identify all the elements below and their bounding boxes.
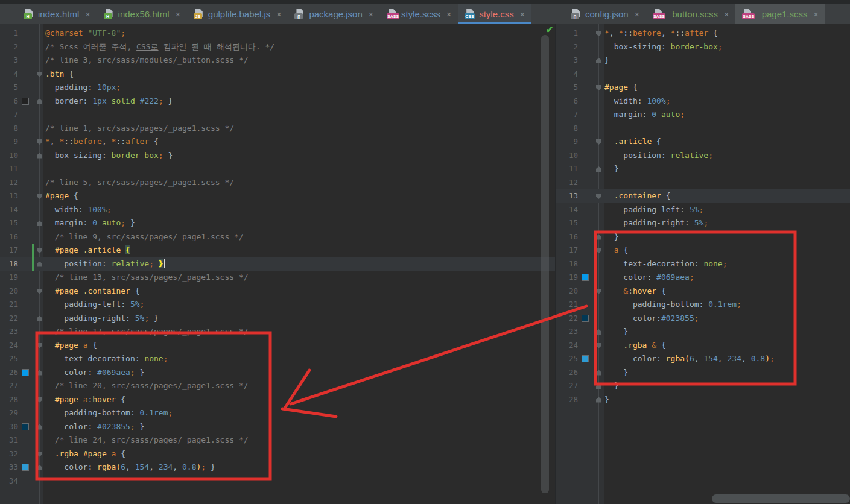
fold-expand-icon[interactable] <box>596 194 601 199</box>
code-line[interactable]: 27 /* line 20, src/sass/pages/_page1.scs… <box>0 379 555 393</box>
tab-package.json[interactable]: {}package.json× <box>288 4 380 24</box>
fold-end-icon[interactable] <box>596 383 601 389</box>
code-line[interactable]: 8/* line 1, src/sass/pages/_page1.scss *… <box>0 122 555 136</box>
color-preview-swatch[interactable] <box>582 274 589 281</box>
tab-_button.scss[interactable]: SASS_button.scss× <box>646 4 735 24</box>
tab-close-icon[interactable]: × <box>635 10 639 19</box>
code-line[interactable]: 21 padding-bottom: 0.1rem; <box>556 298 850 312</box>
code-line[interactable]: 16 /* line 9, src/sass/pages/_page1.scss… <box>0 230 555 244</box>
code-line[interactable]: 20 #page .container { <box>0 285 555 298</box>
fold-end-icon[interactable] <box>596 329 601 335</box>
color-preview-swatch[interactable] <box>22 369 29 376</box>
tab-close-icon[interactable]: × <box>814 10 819 19</box>
fold-end-icon[interactable] <box>596 235 601 240</box>
fold-expand-icon[interactable] <box>596 31 601 36</box>
code-line[interactable]: 22 padding-right: 5%; } <box>0 312 555 326</box>
code-line[interactable]: 2/* Scss 여러줄 주석, CSS로 컴파일 될 때 해석됩니다. */ <box>0 40 555 54</box>
fold-expand-icon[interactable] <box>596 85 601 90</box>
code-line[interactable]: 14 width: 100%; <box>0 203 555 217</box>
editor-left-style-css[interactable]: 1@charset "UTF-8";2/* Scss 여러줄 주석, CSS로 … <box>0 24 555 504</box>
tab-close-icon[interactable]: × <box>276 10 281 19</box>
fold-end-icon[interactable] <box>37 153 42 159</box>
code-line[interactable]: 23 /* line 17, src/sass/pages/_page1.scs… <box>0 325 555 339</box>
code-line[interactable]: 24 .rgba & { <box>556 339 850 353</box>
code-line[interactable]: 11 <box>0 162 555 176</box>
code-line[interactable]: 17 #page .article { <box>0 244 555 257</box>
code-line[interactable]: 15 margin: 0 auto; } <box>0 216 555 230</box>
color-preview-swatch[interactable] <box>582 355 589 362</box>
fold-expand-icon[interactable] <box>37 248 42 253</box>
code-line[interactable]: 1*, *::before, *::after { <box>556 27 850 40</box>
tab-style.css[interactable]: CSSstyle.css× <box>458 4 531 24</box>
color-preview-swatch[interactable] <box>22 423 29 430</box>
code-line[interactable]: 1@charset "UTF-8"; <box>0 27 555 40</box>
tab-close-icon[interactable]: × <box>369 10 373 19</box>
code-line[interactable]: 32 .rgba #page a { <box>0 447 555 461</box>
code-line[interactable]: 11 } <box>556 162 850 176</box>
fold-end-icon[interactable] <box>596 166 601 172</box>
tab-close-icon[interactable]: × <box>724 10 729 19</box>
code-line-current[interactable]: 13 .container { <box>556 189 850 203</box>
code-line[interactable]: 31 /* line 24, src/sass/pages/_page1.scs… <box>0 433 555 447</box>
code-line[interactable]: 9 .article { <box>556 135 850 149</box>
code-line[interactable]: 17 a { <box>556 244 850 257</box>
fold-end-icon[interactable] <box>37 465 42 470</box>
code-line[interactable]: 21 padding-left: 5%; <box>0 298 555 312</box>
code-line[interactable]: 5 padding: 10px; <box>0 81 555 95</box>
fold-expand-icon[interactable] <box>37 289 42 294</box>
code-line[interactable]: 4 <box>556 68 850 81</box>
fold-expand-icon[interactable] <box>596 139 601 145</box>
fold-expand-icon[interactable] <box>37 343 42 348</box>
code-line[interactable]: 3/* line 3, src/sass/modules/_button.scs… <box>0 54 555 68</box>
code-line[interactable]: 10 position: relative; <box>556 149 850 163</box>
code-line[interactable]: 12 <box>556 176 850 190</box>
editor-right-page1-scss[interactable]: 1*, *::before, *::after {2 box-sizing: b… <box>556 24 850 504</box>
code-line[interactable]: 13#page { <box>0 189 555 203</box>
tab-config.json[interactable]: {}config.json× <box>564 4 646 24</box>
code-line[interactable]: 7 margin: 0 auto; <box>556 108 850 122</box>
horizontal-scrollbar[interactable] <box>712 494 850 503</box>
code-line[interactable]: 19 color: #069aea; <box>556 271 850 285</box>
tab-index56.html[interactable]: Hindex56.html× <box>97 4 187 24</box>
color-preview-swatch[interactable] <box>22 464 29 471</box>
code-line[interactable]: 12/* line 5, src/sass/pages/_page1.scss … <box>0 176 555 190</box>
color-preview-swatch[interactable] <box>22 98 29 105</box>
tab-index.html[interactable]: Hindex.html× <box>17 4 97 24</box>
tab-_page1.scss[interactable]: SASS_page1.scss× <box>735 4 825 24</box>
tab-close-icon[interactable]: × <box>520 10 525 19</box>
vertical-scrollbar[interactable] <box>541 35 549 493</box>
fold-end-icon[interactable] <box>37 99 42 104</box>
tab-style.scss[interactable]: SASSstyle.scss× <box>380 4 458 24</box>
code-line[interactable]: 20 &:hover { <box>556 285 850 298</box>
code-line[interactable]: 28 #page a:hover { <box>0 393 555 407</box>
code-line[interactable]: 19 /* line 13, src/sass/pages/_page1.scs… <box>0 271 555 285</box>
tab-close-icon[interactable]: × <box>446 10 451 19</box>
fold-end-icon[interactable] <box>596 58 601 63</box>
code-line[interactable]: 2 box-sizing: border-box; <box>556 40 850 54</box>
fold-expand-icon[interactable] <box>596 289 601 294</box>
code-line[interactable]: 10 box-sizing: border-box; } <box>0 149 555 163</box>
code-line[interactable]: 33 color: rgba(6, 154, 234, 0.8); } <box>0 461 555 474</box>
fold-end-icon[interactable] <box>37 221 42 226</box>
code-line[interactable]: 16 } <box>556 230 850 244</box>
fold-end-icon[interactable] <box>37 424 42 430</box>
code-line[interactable]: 4.btn { <box>0 68 555 81</box>
tab-gulpfile.babel.js[interactable]: JSgulpfile.babel.js× <box>187 4 288 24</box>
fold-expand-icon[interactable] <box>37 72 42 77</box>
code-line[interactable]: 29 padding-bottom: 0.1rem; <box>0 406 555 420</box>
code-line[interactable]: 30 color: #023855; } <box>0 420 555 434</box>
fold-expand-icon[interactable] <box>596 343 601 348</box>
code-line[interactable]: 24 #page a { <box>0 339 555 353</box>
code-line[interactable]: 28} <box>556 393 850 407</box>
fold-expand-icon[interactable] <box>37 139 42 145</box>
code-line[interactable]: 25 color: rgba(6, 154, 234, 0.8); <box>556 352 850 366</box>
code-line[interactable]: 18 text-decoration: none; <box>556 257 850 271</box>
code-line[interactable]: 5#page { <box>556 81 850 95</box>
code-line-current[interactable]: 18 position: relative; } <box>0 257 555 271</box>
code-line[interactable]: 22 color:#023855; <box>556 312 850 326</box>
code-line[interactable]: 34 <box>0 474 555 488</box>
fold-expand-icon[interactable] <box>596 248 601 253</box>
color-preview-swatch[interactable] <box>582 315 589 322</box>
code-line[interactable]: 6 width: 100%; <box>556 95 850 109</box>
code-line[interactable]: 23 } <box>556 325 850 339</box>
